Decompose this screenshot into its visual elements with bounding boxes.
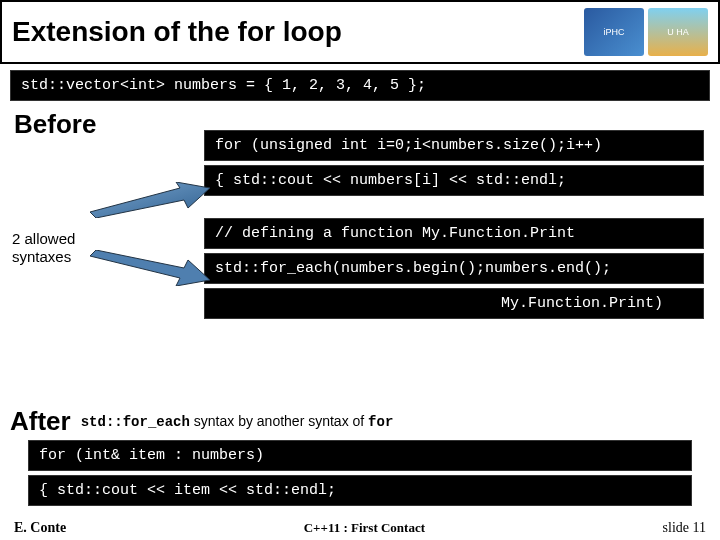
page-title: Extension of the for loop [12,16,342,48]
code-comment-func: // defining a function My.Function.Print [204,218,704,249]
slide-footer: E. Conte C++11 : First Contact slide 11 [0,520,720,536]
after-row: After std::for_each syntax by another sy… [10,406,393,437]
footer-slide-number: slide 11 [663,520,706,536]
code-cout-item: { std::cout << item << std::endl; [28,475,692,506]
code-range-for: for (int& item : numbers) [28,440,692,471]
after-text-mid: syntax by another syntax of [190,413,368,429]
iphc-logo: iPHC [584,8,644,56]
logo-group: iPHC U HA [584,8,708,56]
before-code-stack: for (unsigned int i=0;i<numbers.size();i… [204,130,704,319]
code-foreach-call: std::for_each(numbers.begin();numbers.en… [204,253,704,284]
code-vector-decl: std::vector<int> numbers = { 1, 2, 3, 4,… [10,70,710,101]
footer-author: E. Conte [14,520,66,536]
after-code-stack: for (int& item : numbers) { std::cout <<… [28,440,692,506]
after-heading: After [10,406,71,437]
arrow-down-icon [90,250,210,286]
after-text-code2: for [368,414,393,430]
label-two-syntaxes: 2 allowed syntaxes [12,230,102,266]
after-description: std::for_each syntax by another syntax o… [81,413,394,430]
svg-marker-1 [90,250,210,286]
code-for-classic: for (unsigned int i=0;i<numbers.size();i… [204,130,704,161]
footer-title: C++11 : First Contact [304,520,425,536]
code-foreach-tail: My.Function.Print) [204,288,704,319]
svg-marker-0 [90,182,210,218]
code-cout-indexed: { std::cout << numbers[i] << std::endl; [204,165,704,196]
after-text-code1: std::for_each [81,414,190,430]
arrow-up-icon [90,182,210,218]
uha-logo: U HA [648,8,708,56]
title-bar: Extension of the for loop iPHC U HA [0,0,720,64]
